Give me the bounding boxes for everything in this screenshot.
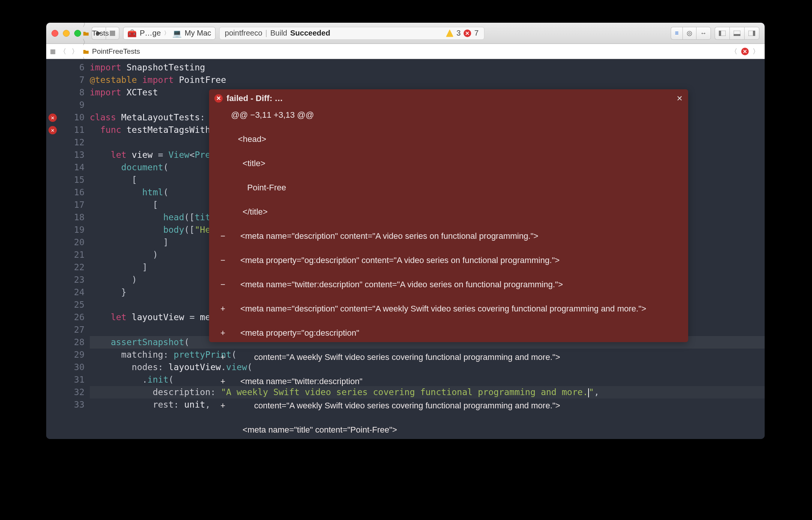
- status-action: Build: [270, 29, 287, 37]
- svg-rect-3: [719, 31, 721, 36]
- line-number: 29: [46, 349, 90, 361]
- line-number: 13: [46, 149, 90, 161]
- line-gutter: 678910✕11✕121314151617181920212223242526…: [46, 59, 90, 439]
- line-number: 6: [46, 61, 90, 74]
- close-icon[interactable]: ✕: [676, 92, 683, 104]
- svg-rect-7: [753, 31, 755, 36]
- chevron-right-icon: 〉: [82, 38, 89, 46]
- bottom-panel-toggle[interactable]: [729, 27, 744, 40]
- line-number: 21: [46, 249, 90, 261]
- line-number: 17: [46, 199, 90, 211]
- assistant-editor-button[interactable]: ◎: [682, 27, 696, 40]
- minimize-window-button[interactable]: [63, 30, 70, 37]
- destination-name: My Mac: [185, 29, 211, 37]
- prev-issue-button[interactable]: 〈: [729, 47, 739, 56]
- panel-toggle-group: [715, 27, 759, 40]
- next-issue-button[interactable]: 〉: [751, 47, 761, 56]
- diff-line: <meta property="og:description" content=…: [220, 254, 677, 266]
- diff-line: <title>: [220, 157, 677, 170]
- right-panel-toggle[interactable]: [744, 27, 759, 40]
- diff-line: @@ −3,11 +3,13 @@: [220, 109, 677, 121]
- standard-editor-button[interactable]: ≡: [671, 27, 682, 40]
- line-number: 11✕: [46, 124, 90, 136]
- close-window-button[interactable]: [52, 30, 58, 37]
- status-project: pointfreeco: [225, 29, 262, 37]
- line-number: 8: [46, 86, 90, 99]
- line-number: 33: [46, 399, 90, 411]
- svg-rect-5: [734, 34, 740, 36]
- warning-count: 3: [456, 29, 461, 37]
- diff-title: failed - Diff: …: [226, 92, 283, 104]
- line-number: 27: [46, 324, 90, 336]
- left-panel-toggle[interactable]: [715, 27, 729, 40]
- jump-bar: ▦ 〈 〉 ▤PointFree〉Tests〉PointFreeTests〉sM…: [46, 44, 765, 59]
- breadcrumb-item[interactable]: PointFreeTests: [82, 47, 182, 56]
- line-number: 14: [46, 161, 90, 174]
- test-failure-diff-panel: ✕ failed - Diff: … ✕ @@ −3,11 +3,13 @@ <…: [209, 89, 688, 342]
- error-icon: ✕: [214, 94, 223, 103]
- line-number: 9: [46, 99, 90, 111]
- traffic-lights: [52, 30, 81, 37]
- diff-line: <head>: [220, 133, 677, 145]
- line-number: 12: [46, 136, 90, 149]
- editor-mode-group: ≡ ◎ ↔: [671, 27, 711, 40]
- diff-line: <meta name="description" content="A vide…: [220, 230, 677, 242]
- breadcrumb-label: Tests: [92, 29, 109, 37]
- line-number: 25: [46, 299, 90, 311]
- line-number: 16: [46, 186, 90, 199]
- line-number: 23: [46, 274, 90, 286]
- diff-line: content="A weekly Swift video series cov…: [220, 400, 677, 412]
- line-number: 32: [46, 386, 90, 399]
- line-number: 15: [46, 174, 90, 186]
- code-line[interactable]: @testable import PointFree: [90, 74, 765, 86]
- line-number: 7: [46, 74, 90, 86]
- folder-icon: [82, 30, 90, 37]
- diff-line: <meta name="description" content="A week…: [220, 303, 677, 315]
- diff-line: <meta name="title" content="Point-Free">: [220, 424, 677, 436]
- diff-body: @@ −3,11 +3,13 @@ <head> <title> Point-F…: [209, 107, 688, 439]
- diff-line: </title>: [220, 206, 677, 218]
- line-number: 19: [46, 224, 90, 236]
- line-number: 20: [46, 236, 90, 249]
- line-number: 22: [46, 261, 90, 274]
- activity-status[interactable]: pointfreeco | Build Succeeded 3 ✕ 7: [219, 27, 484, 40]
- diff-line: <meta name="twitter:description" content…: [220, 279, 677, 291]
- xcode-window: 🧰 P…ge 〉 💻 My Mac pointfreeco | Build Su…: [46, 23, 765, 439]
- error-icon: ✕: [464, 30, 471, 37]
- diff-line: <meta name="twitter:description": [220, 375, 677, 388]
- code-line[interactable]: import SnapshotTesting: [90, 61, 765, 74]
- version-editor-button[interactable]: ↔: [696, 27, 711, 40]
- line-number: 28: [46, 336, 90, 349]
- related-items-icon[interactable]: ▦: [50, 48, 56, 55]
- breadcrumb-item[interactable]: Tests: [82, 29, 182, 37]
- issue-error-icon: ✕: [741, 48, 749, 55]
- diff-line: Point-Free: [220, 182, 677, 194]
- line-number: 26: [46, 311, 90, 324]
- chevron-right-icon: 〉: [82, 23, 89, 28]
- line-number: 30: [46, 361, 90, 374]
- error-count: 7: [474, 29, 478, 37]
- line-number: 10✕: [46, 111, 90, 124]
- back-button[interactable]: 〈: [58, 47, 68, 56]
- status-result: Succeeded: [290, 29, 330, 37]
- diff-line: <meta property="og:description": [220, 327, 677, 339]
- breadcrumb-label: PointFreeTests: [92, 47, 140, 56]
- source-editor[interactable]: 678910✕11✕121314151617181920212223242526…: [46, 59, 765, 439]
- gutter-error-icon[interactable]: ✕: [48, 114, 57, 122]
- diff-line: content="A weekly Swift video series cov…: [220, 351, 677, 363]
- zoom-window-button[interactable]: [74, 30, 81, 37]
- warning-icon: [446, 30, 453, 37]
- line-number: 18: [46, 211, 90, 224]
- line-number: 31: [46, 374, 90, 386]
- forward-button[interactable]: 〉: [70, 47, 80, 56]
- folder-icon: [82, 48, 90, 55]
- gutter-error-icon[interactable]: ✕: [48, 126, 57, 134]
- line-number: 24: [46, 286, 90, 299]
